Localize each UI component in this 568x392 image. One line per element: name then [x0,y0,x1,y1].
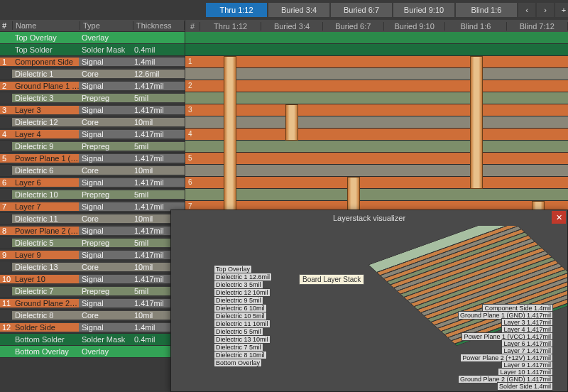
layer-name[interactable]: Dielectric 7 [12,287,79,295]
header-name[interactable]: Name [13,21,80,30]
via-add-button[interactable]: + [555,3,568,17]
layer-row[interactable]: 11Ground Plane 2…Signal1.417mil [0,298,185,310]
layer-type[interactable]: Solder Mask [79,335,131,344]
layer-name[interactable]: Layer 9 [12,251,79,259]
header-thickness[interactable]: Thickness [133,21,185,30]
via-tab-buried-910[interactable]: Buried 9:10 [393,3,454,17]
layer-row[interactable]: Bottom OverlayOverlay [0,346,185,358]
layer-name[interactable]: Top Solder [12,45,79,54]
layer-name[interactable]: Layer 7 [12,202,79,211]
layer-type[interactable]: Core [79,214,131,223]
layer-row[interactable]: 6Layer 6Signal1.417mil [0,177,185,189]
cross-header-col[interactable]: Blind 7:12 [507,22,568,31]
layer-row[interactable]: Dielectric 10Prepreg5mil [0,189,185,201]
layer-type[interactable]: Signal [79,227,131,235]
layer-name[interactable]: Bottom Solder [12,335,79,344]
layer-name[interactable]: Dielectric 10 [12,190,79,199]
layer-row[interactable]: 5Power Plane 1 (…Signal1.417mil [0,153,185,165]
layer-type[interactable]: Signal [79,275,131,283]
layer-name[interactable]: Dielectric 1 [12,70,79,78]
layer-row[interactable]: 2Ground Plane 1 …Signal1.417mil [0,80,185,92]
layer-thickness[interactable]: 10mil [131,118,185,126]
layer-type[interactable]: Overlay [79,33,131,42]
layer-row[interactable]: Dielectric 7Prepreg5mil [0,285,185,298]
layer-type[interactable]: Signal [79,58,131,66]
layer-type[interactable]: Prepreg [79,239,131,247]
layer-row[interactable]: Top OverlayOverlay [0,32,185,44]
layer-row[interactable]: Dielectric 6Core10mil [0,165,185,177]
layer-row[interactable]: 9Layer 9Signal1.417mil [0,249,185,261]
layer-thickness[interactable]: 5mil [131,190,185,199]
layer-row[interactable]: Dielectric 13Core10mil [0,261,185,273]
layer-row[interactable]: Dielectric 12Core10mil [0,116,185,129]
layer-row[interactable]: Dielectric 3Prepreg5mil [0,92,185,104]
layer-name[interactable]: Bottom Overlay [12,347,79,356]
layer-thickness[interactable]: 1.417mil [131,178,185,187]
layer-type[interactable]: Signal [79,202,131,211]
layer-row[interactable]: 8Power Plane 2 (…Signal1.417mil [0,225,185,237]
layer-row[interactable]: 4Layer 4Signal1.417mil [0,129,185,141]
via-tab-buried-34[interactable]: Buried 3:4 [268,3,329,17]
layer-type[interactable]: Signal [79,106,131,114]
via-nav-prev[interactable]: ‹ [518,3,535,17]
layer-name[interactable]: Layer 3 [12,106,79,114]
layer-type[interactable]: Core [79,70,131,78]
layer-name[interactable]: Component Side [12,58,79,66]
layer-name[interactable]: Dielectric 11 [12,214,79,223]
cross-header-col[interactable]: Buried 6:7 [323,22,384,31]
layer-thickness[interactable]: 1.417mil [131,82,185,90]
layer-type[interactable]: Signal [79,299,131,307]
layer-type[interactable]: Signal [79,323,131,332]
layer-type[interactable]: Prepreg [79,94,131,102]
layer-row[interactable]: Dielectric 9Prepreg5mil [0,141,185,153]
layer-type[interactable]: Prepreg [79,287,131,295]
layer-thickness[interactable]: 0.4mil [131,45,185,54]
cross-header-col[interactable]: Buried 9:10 [384,22,445,31]
visualizer-close-button[interactable]: ✕ [552,211,566,224]
layer-thickness[interactable]: 1.4mil [131,58,185,66]
layer-type[interactable]: Core [79,263,131,271]
layer-type[interactable]: Solder Mask [79,45,131,54]
cross-header-col[interactable]: Blind 1:6 [445,22,506,31]
layer-type[interactable]: Signal [79,154,131,163]
layer-row[interactable]: Dielectric 1Core12.6mil [0,68,185,80]
layer-thickness[interactable]: 12.6mil [131,70,185,78]
layer-row[interactable]: 10Layer 10Signal1.417mil [0,273,185,285]
layer-type[interactable]: Signal [79,178,131,187]
layer-type[interactable]: Core [79,166,131,175]
layer-thickness[interactable]: 10mil [131,166,185,175]
layer-thickness[interactable]: 5mil [131,142,185,151]
via-tab-thru[interactable]: Thru 1:12 [206,3,267,17]
layer-row[interactable]: Top SolderSolder Mask0.4mil [0,44,185,56]
layer-name[interactable]: Dielectric 5 [12,239,79,247]
layer-name[interactable]: Ground Plane 1 … [12,82,79,90]
layer-name[interactable]: Ground Plane 2… [12,299,79,307]
layer-thickness[interactable]: 5mil [131,94,185,102]
layer-type[interactable]: Core [79,118,131,126]
layer-row[interactable]: 3Layer 3Signal1.417mil [0,104,185,116]
layerstack-visualizer-window[interactable]: Layerstack visualizer ✕ Board Layer Stac… [170,209,568,392]
via-tab-buried-67[interactable]: Buried 6:7 [331,3,392,17]
layer-type[interactable]: Signal [79,130,131,138]
layer-row[interactable]: Dielectric 11Core10mil [0,213,185,225]
layer-name[interactable]: Dielectric 3 [12,94,79,102]
layer-name[interactable]: Dielectric 12 [12,118,79,126]
via-tab-blind-16[interactable]: Blind 1:6 [456,3,517,17]
cross-header-col[interactable]: Buried 3:4 [261,22,322,31]
layer-type[interactable]: Signal [79,251,131,259]
header-type[interactable]: Type [80,21,133,30]
layer-name[interactable]: Solder Side [12,323,79,332]
layer-thickness[interactable]: 1.417mil [131,130,185,138]
layer-type[interactable]: Prepreg [79,142,131,151]
layer-name[interactable]: Layer 6 [12,178,79,187]
layer-row[interactable]: Dielectric 8Core10mil [0,310,185,322]
layer-thickness[interactable]: 1.417mil [131,154,185,163]
layer-name[interactable]: Top Overlay [12,33,79,42]
visualizer-canvas[interactable]: Board Layer Stack Top OverlayDielectric … [171,226,567,391]
layer-thickness[interactable]: 1.417mil [131,106,185,114]
layer-name[interactable]: Layer 4 [12,130,79,138]
cross-header-col[interactable]: Thru 1:12 [200,22,261,31]
layer-name[interactable]: Dielectric 13 [12,263,79,271]
layer-row[interactable]: 12Solder SideSignal1.4mil [0,322,185,334]
layer-row[interactable]: 1Component SideSignal1.4mil [0,56,185,68]
